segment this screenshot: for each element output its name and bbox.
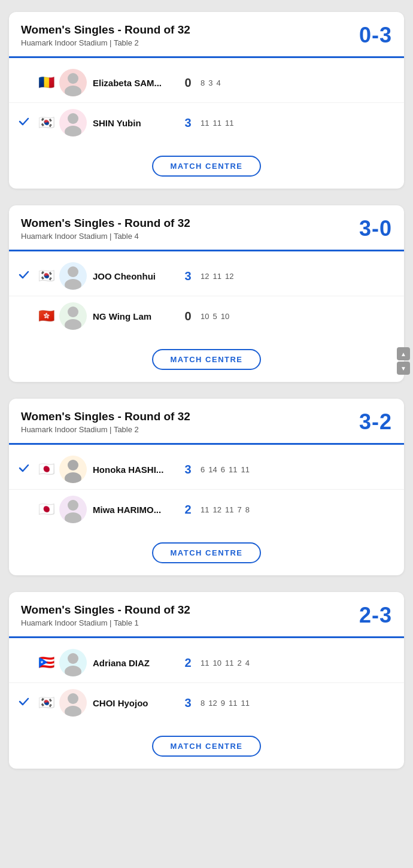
player-flag: 🇰🇷 [35, 268, 57, 284]
player-sets-score: 2 [181, 656, 195, 670]
match-centre-button-wrap: MATCH CENTRE [9, 146, 404, 189]
player-game-scores: 61461111 [201, 465, 250, 474]
match-venue: Huamark Indoor Stadium | Table 2 [21, 38, 190, 47]
match-centre-button-wrap: MATCH CENTRE [9, 339, 404, 382]
player-row-2: 🇰🇷CHOI Hyojoo381291111 [9, 682, 404, 723]
svg-point-12 [68, 653, 78, 664]
game-score-value: 12 [208, 699, 217, 708]
player-avatar [59, 69, 87, 96]
player-sets-score: 3 [181, 116, 195, 130]
winner-checkmark [19, 696, 35, 710]
player-name: Elizabeta SAM... [93, 78, 177, 88]
game-score-value: 11 [229, 699, 237, 708]
match-score: 2-3 [359, 603, 392, 628]
game-score-value: 9 [221, 699, 225, 708]
game-score-value: 6 [221, 465, 225, 474]
match-score: 0-3 [359, 23, 392, 48]
match-title: Women's Singles - Round of 32 [21, 603, 190, 617]
svg-point-0 [68, 73, 78, 84]
game-score-value: 8 [245, 505, 250, 514]
player-flag: 🇰🇷 [35, 115, 57, 130]
svg-point-9 [65, 472, 81, 483]
player-row-1: 🇯🇵Honoka HASHI...361461111 [9, 450, 404, 489]
player-avatar [59, 109, 87, 136]
game-score-value: 11 [225, 505, 233, 514]
match-venue: Huamark Indoor Stadium | Table 4 [21, 232, 190, 241]
game-score-value: 2 [237, 658, 241, 667]
svg-point-7 [65, 319, 81, 330]
game-score-value: 12 [225, 272, 233, 281]
player-row-1: 🇰🇷JOO Cheonhui3121112 [9, 256, 404, 296]
game-score-value: 11 [212, 272, 221, 281]
match-title: Women's Singles - Round of 32 [21, 23, 190, 37]
match-title-block: Women's Singles - Round of 32Huamark Ind… [21, 603, 190, 627]
match-centre-button-wrap: MATCH CENTRE [9, 533, 404, 575]
svg-point-14 [68, 693, 78, 704]
player-sets-score: 3 [181, 463, 195, 477]
player-sets-score: 3 [181, 696, 195, 710]
game-score-value: 11 [201, 505, 209, 514]
player-avatar [59, 689, 87, 717]
player-flag: 🇯🇵 [35, 462, 57, 477]
game-score-value: 11 [241, 699, 249, 708]
player-avatar [59, 302, 87, 330]
match-card-3: Women's Singles - Round of 32Huamark Ind… [9, 399, 404, 575]
players-section: 🇷🇴Elizabeta SAM...0834🇰🇷SHIN Yubin311111… [9, 58, 404, 146]
player-flag: 🇭🇰 [35, 308, 57, 324]
match-title: Women's Singles - Round of 32 [21, 410, 190, 423]
svg-point-1 [65, 86, 81, 96]
winner-checkmark [19, 463, 35, 477]
player-name: SHIN Yubin [93, 118, 177, 128]
svg-point-11 [65, 512, 81, 523]
svg-point-3 [65, 126, 81, 136]
player-name: Adriana DIAZ [93, 658, 177, 668]
player-flag: 🇷🇴 [35, 75, 57, 90]
svg-point-15 [65, 706, 81, 717]
match-title-block: Women's Singles - Round of 32Huamark Ind… [21, 23, 190, 47]
player-sets-score: 0 [181, 76, 195, 90]
player-avatar [59, 456, 87, 483]
match-centre-button[interactable]: MATCH CENTRE [152, 349, 260, 370]
winner-checkmark [19, 116, 35, 130]
game-score-value: 11 [229, 465, 237, 474]
player-flag: 🇯🇵 [35, 502, 57, 517]
game-score-value: 3 [208, 78, 212, 87]
players-section: 🇯🇵Honoka HASHI...361461111🇯🇵Miwa HARIMO.… [9, 445, 404, 533]
scrollbar[interactable]: ▲ ▼ [399, 347, 408, 375]
player-name: JOO Cheonhui [93, 271, 177, 281]
scroll-up-button[interactable]: ▲ [397, 347, 410, 360]
player-flag: 🇵🇷 [35, 655, 57, 670]
player-name: CHOI Hyojoo [93, 698, 177, 708]
game-score-value: 11 [225, 658, 233, 667]
players-section: 🇰🇷JOO Cheonhui3121112🇭🇰NG Wing Lam010510 [9, 251, 404, 339]
game-score-value: 12 [201, 272, 209, 281]
scroll-down-button[interactable]: ▼ [397, 362, 410, 375]
player-game-scores: 834 [201, 78, 221, 87]
game-score-value: 10 [212, 658, 221, 667]
game-score-value: 8 [201, 699, 205, 708]
player-name: NG Wing Lam [93, 311, 177, 321]
match-title-block: Women's Singles - Round of 32Huamark Ind… [21, 217, 190, 241]
game-score-value: 11 [241, 465, 249, 474]
game-score-value: 11 [201, 119, 209, 128]
match-centre-button[interactable]: MATCH CENTRE [152, 542, 260, 563]
match-centre-button[interactable]: MATCH CENTRE [152, 736, 260, 757]
match-venue: Huamark Indoor Stadium | Table 1 [21, 618, 190, 627]
player-game-scores: 121112 [201, 272, 233, 281]
player-row-1: 🇷🇴Elizabeta SAM...0834 [9, 63, 404, 102]
svg-point-2 [68, 113, 78, 124]
match-header: Women's Singles - Round of 32Huamark Ind… [9, 399, 404, 443]
match-centre-button[interactable]: MATCH CENTRE [152, 156, 260, 177]
match-venue: Huamark Indoor Stadium | Table 2 [21, 425, 190, 434]
player-game-scores: 11121178 [201, 505, 250, 514]
game-score-value: 8 [201, 78, 205, 87]
svg-point-5 [65, 279, 81, 290]
svg-point-10 [68, 500, 78, 511]
game-score-value: 10 [221, 312, 229, 321]
player-row-1: 🇵🇷Adriana DIAZ211101124 [9, 643, 404, 682]
match-card-4: Women's Singles - Round of 32Huamark Ind… [9, 592, 404, 769]
players-section: 🇵🇷Adriana DIAZ211101124🇰🇷CHOI Hyojoo3812… [9, 638, 404, 726]
player-row-2: 🇭🇰NG Wing Lam010510 [9, 296, 404, 336]
player-row-2: 🇯🇵Miwa HARIMO...211121178 [9, 489, 404, 529]
match-header: Women's Singles - Round of 32Huamark Ind… [9, 205, 404, 250]
